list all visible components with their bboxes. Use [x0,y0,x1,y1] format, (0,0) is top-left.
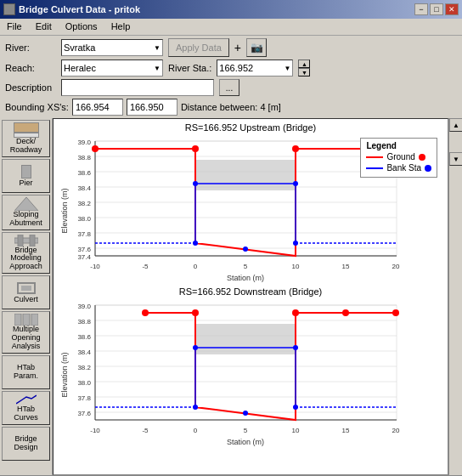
bounding-label: Bounding XS's: [5,102,69,112]
sidebar-item-culvert[interactable]: Culvert [2,275,50,309]
chart-area: RS=166.952 Upstream (Bridge) Elevation (… [53,118,448,475]
svg-text:38.2: 38.2 [77,364,91,371]
svg-text:Station (m): Station (m) [227,274,264,282]
apply-data-button[interactable]: Apply Data [168,38,229,57]
svg-text:38.6: 38.6 [77,169,91,177]
menu-options[interactable]: Options [62,20,101,33]
river-sta-up[interactable]: ▲ [298,60,310,68]
scroll-down-button[interactable]: ▼ [449,152,462,166]
downstream-chart: RS=166.952 Downstream (Bridge) Elevation… [57,286,444,447]
sidebar-item-bridge-design[interactable]: BridgeDesign [2,427,50,461]
svg-point-45 [193,181,198,186]
river-combo[interactable]: Svratka ▼ [61,39,163,56]
svg-point-48 [243,246,248,252]
scroll-up-button[interactable]: ▲ [449,118,462,132]
river-sta-updown: ▲ ▼ [298,60,310,76]
svg-text:38.4: 38.4 [77,184,91,192]
minimize-button[interactable]: − [414,3,428,15]
sidebar-item-multiple-opening[interactable]: MultipleOpeningAnalysis [2,311,50,354]
svg-point-79 [192,309,199,316]
menu-help[interactable]: Help [108,20,134,33]
svg-point-78 [142,309,149,316]
reach-label: Reach: [5,63,56,73]
downstream-svg: Elevation (m) 39.0 [57,298,422,447]
svg-rect-7 [23,314,30,326]
svg-text:20: 20 [392,263,400,270]
svg-rect-8 [31,314,38,326]
sidebar-item-htab-param[interactable]: HTabParam. [2,355,50,389]
svg-text:39.0: 39.0 [77,303,91,310]
menu-file[interactable]: File [3,20,25,33]
svg-marker-0 [14,197,38,211]
svg-text:15: 15 [342,263,350,270]
svg-rect-5 [21,286,31,291]
svg-text:0: 0 [194,427,198,434]
svg-text:Station (m): Station (m) [227,438,264,446]
legend-banksta-dot [425,165,431,172]
sidebar-item-pier[interactable]: Pier [2,159,50,193]
legend-item-ground: Ground [366,152,431,162]
main-area: Deck/Roadway Pier SlopingAbutment Bridge… [0,118,462,475]
close-button[interactable]: ✕ [445,3,459,15]
maximize-button[interactable]: □ [430,3,443,15]
svg-point-44 [193,241,198,246]
svg-text:10: 10 [292,427,300,434]
svg-text:38.8: 38.8 [77,318,91,326]
svg-point-42 [292,145,299,152]
svg-text:37.6: 37.6 [77,246,91,253]
river-label: River: [5,42,56,53]
svg-rect-39 [195,160,296,190]
svg-rect-77 [195,324,296,354]
river-sta-combo[interactable]: 166.952 ▼ [217,60,293,76]
sidebar-item-sloping-abutment[interactable]: SlopingAbutment [2,195,50,230]
svg-text:38.0: 38.0 [77,379,91,387]
svg-text:37.8: 37.8 [77,394,91,402]
svg-text:38.4: 38.4 [77,348,91,356]
svg-rect-3 [30,235,35,246]
svg-text:37.8: 37.8 [77,230,91,238]
upstream-chart-title: RS=166.952 Upstream (Bridge) [57,122,444,133]
river-sta-down[interactable]: ▼ [298,68,310,76]
legend-banksta-line [366,167,383,169]
svg-point-80 [292,309,299,316]
legend-item-banksta: Bank Sta [366,163,431,173]
legend-ground-line [366,156,383,158]
legend-ground-label: Ground [386,152,414,162]
reach-combo-arrow: ▼ [154,65,161,72]
title-bar: Bridge Culvert Data - pritok − □ ✕ [0,0,462,19]
svg-text:-10: -10 [90,263,100,270]
sidebar-item-bridge-modeling[interactable]: BridgeModelingApproach [2,232,50,275]
desc-more-button[interactable]: ... [219,79,239,96]
river-sta-arrow: ▼ [284,65,290,72]
reach-combo[interactable]: Heralec ▼ [61,60,163,76]
sidebar-item-htab-curves[interactable]: HTabCurves [2,391,50,425]
distance-label: Distance between: 4 [m] [181,102,281,112]
vertical-scrollbar[interactable]: ▲ ▼ [448,118,462,475]
svg-point-82 [392,309,399,316]
svg-point-81 [342,309,349,316]
menu-edit[interactable]: Edit [32,20,55,33]
svg-text:20: 20 [392,427,400,434]
svg-rect-10 [95,141,397,256]
sidebar-item-deck-roadway[interactable]: Deck/Roadway [2,120,50,157]
svg-text:38.0: 38.0 [77,215,91,223]
svg-point-83 [193,405,198,410]
plus-icon[interactable]: + [234,41,241,54]
svg-rect-50 [95,305,397,420]
svg-point-40 [92,145,99,152]
legend-banksta-label: Bank Sta [386,163,421,173]
svg-text:10: 10 [292,263,300,270]
desc-input[interactable] [61,79,214,96]
camera-button[interactable]: 📷 [246,38,267,57]
upstream-chart: RS=166.952 Upstream (Bridge) Elevation (… [57,122,444,283]
app-icon [3,3,15,15]
svg-text:-10: -10 [90,427,100,434]
svg-point-84 [193,345,198,350]
bounding-val-2: 166.950 [127,99,177,116]
downstream-chart-title: RS=166.952 Downstream (Bridge) [57,286,444,297]
svg-point-86 [293,405,298,410]
svg-text:Elevation (m): Elevation (m) [60,352,69,397]
desc-label: Description [5,82,56,93]
svg-rect-2 [18,235,23,246]
svg-point-41 [192,145,199,152]
